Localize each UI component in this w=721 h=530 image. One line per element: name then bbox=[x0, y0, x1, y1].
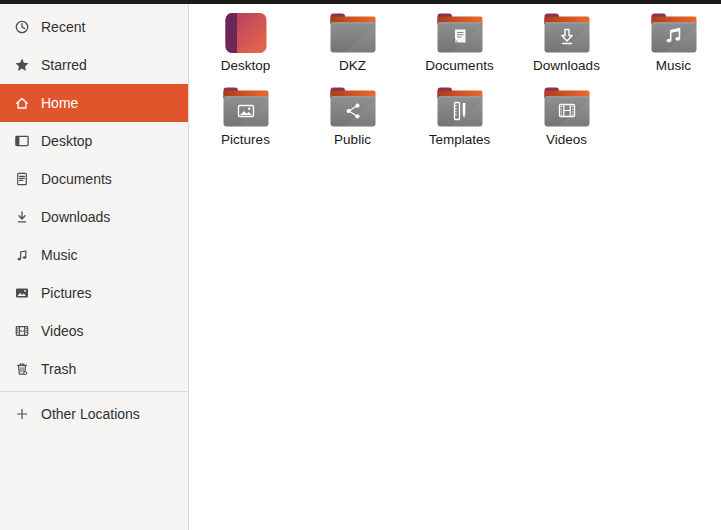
sidebar-item-label: Downloads bbox=[41, 209, 110, 225]
sidebar-item-label: Home bbox=[41, 95, 78, 111]
files-view: Desktop DKZ Documents bbox=[190, 4, 721, 530]
folder-item-documents[interactable]: Documents bbox=[406, 9, 513, 83]
places-list: Recent Starred Home bbox=[0, 4, 188, 433]
folder-label: Desktop bbox=[221, 58, 271, 73]
pictures-folder-icon bbox=[222, 86, 270, 128]
film-icon bbox=[14, 323, 30, 339]
icon-grid: Desktop DKZ Documents bbox=[190, 4, 721, 157]
folder-item-templates[interactable]: Templates bbox=[406, 83, 513, 157]
sidebar-item-label: Videos bbox=[41, 323, 84, 339]
folder-item-downloads[interactable]: Downloads bbox=[513, 9, 620, 83]
folder-label: Public bbox=[334, 132, 371, 147]
folder-label: Downloads bbox=[533, 58, 600, 73]
sidebar-item-trash[interactable]: Trash bbox=[0, 350, 188, 388]
picture-icon bbox=[14, 285, 30, 301]
clock-icon bbox=[14, 19, 30, 35]
music-note-icon bbox=[14, 247, 30, 263]
folder-item-dkz[interactable]: DKZ bbox=[299, 9, 406, 83]
sidebar-item-documents[interactable]: Documents bbox=[0, 160, 188, 198]
file-manager-window: Recent Starred Home bbox=[0, 0, 721, 530]
sidebar-item-home[interactable]: Home bbox=[0, 84, 188, 122]
sidebar-item-label: Other Locations bbox=[41, 406, 140, 422]
folder-item-public[interactable]: Public bbox=[299, 83, 406, 157]
sidebar-item-label: Trash bbox=[41, 361, 76, 377]
sidebar-item-recent[interactable]: Recent bbox=[0, 8, 188, 46]
folder-item-videos[interactable]: Videos bbox=[513, 83, 620, 157]
plus-icon bbox=[14, 406, 30, 422]
folder-label: Pictures bbox=[221, 132, 270, 147]
videos-folder-icon bbox=[543, 86, 591, 128]
sidebar-item-label: Desktop bbox=[41, 133, 92, 149]
sidebar-item-label: Pictures bbox=[41, 285, 92, 301]
download-arrow-icon bbox=[14, 209, 30, 225]
music-folder-icon bbox=[650, 12, 698, 54]
sidebar-item-label: Music bbox=[41, 247, 78, 263]
sidebar-item-downloads[interactable]: Downloads bbox=[0, 198, 188, 236]
public-share-folder-icon bbox=[329, 86, 377, 128]
desktop-window-icon bbox=[14, 133, 30, 149]
plain-folder-icon bbox=[329, 12, 377, 54]
sidebar-item-starred[interactable]: Starred bbox=[0, 46, 188, 84]
document-icon bbox=[14, 171, 30, 187]
sidebar-item-label: Documents bbox=[41, 171, 112, 187]
templates-folder-icon bbox=[436, 86, 484, 128]
folder-item-desktop[interactable]: Desktop bbox=[192, 9, 299, 83]
desktop-gradient-icon bbox=[222, 12, 270, 54]
folder-item-pictures[interactable]: Pictures bbox=[192, 83, 299, 157]
sidebar-item-desktop[interactable]: Desktop bbox=[0, 122, 188, 160]
documents-folder-icon bbox=[436, 12, 484, 54]
sidebar-divider bbox=[0, 391, 188, 392]
sidebar-item-music[interactable]: Music bbox=[0, 236, 188, 274]
folder-item-music[interactable]: Music bbox=[620, 9, 721, 83]
folder-label: Templates bbox=[429, 132, 491, 147]
sidebar-item-label: Starred bbox=[41, 57, 87, 73]
home-icon bbox=[14, 95, 30, 111]
downloads-folder-icon bbox=[543, 12, 591, 54]
folder-label: DKZ bbox=[339, 58, 366, 73]
trash-icon bbox=[14, 361, 30, 377]
sidebar-item-pictures[interactable]: Pictures bbox=[0, 274, 188, 312]
folder-label: Videos bbox=[546, 132, 587, 147]
sidebar-item-videos[interactable]: Videos bbox=[0, 312, 188, 350]
sidebar-item-label: Recent bbox=[41, 19, 85, 35]
places-sidebar: Recent Starred Home bbox=[0, 4, 189, 530]
folder-label: Documents bbox=[425, 58, 493, 73]
folder-label: Music bbox=[656, 58, 691, 73]
sidebar-item-other-locations[interactable]: Other Locations bbox=[0, 395, 188, 433]
star-icon bbox=[14, 57, 30, 73]
